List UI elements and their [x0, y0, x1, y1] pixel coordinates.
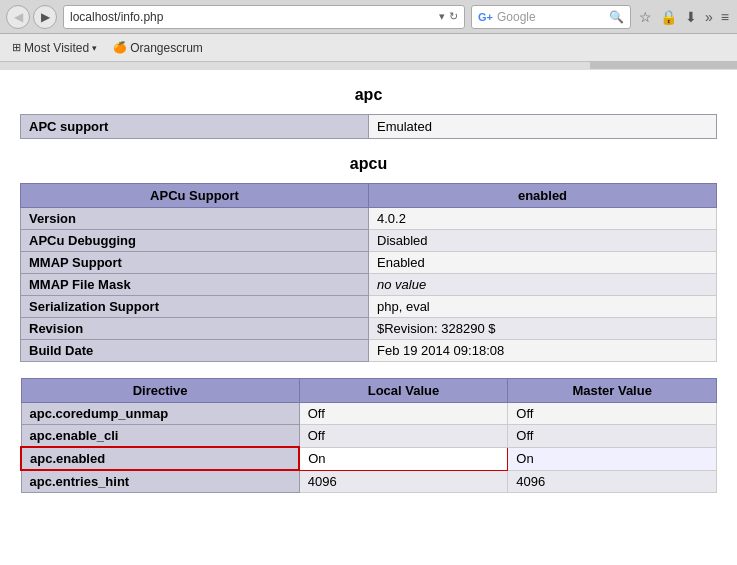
dropdown-arrow[interactable]: ▾ — [439, 10, 445, 23]
directive-name: apc.entries_hint — [21, 470, 299, 493]
address-text: localhost/info.php — [70, 10, 435, 24]
directive-name: apc.enabled — [21, 447, 299, 470]
apcu-row-label: MMAP Support — [21, 252, 369, 274]
master-value: Off — [508, 425, 717, 448]
page-content: apc APC support Emulated apcu APCu Suppo… — [0, 62, 737, 565]
forward-button[interactable]: ▶ — [33, 5, 57, 29]
local-value: Off — [299, 425, 508, 448]
star-icon[interactable]: ☆ — [637, 7, 654, 27]
local-value: 4096 — [299, 470, 508, 493]
apcu-info-table: APCu Support enabled Version4.0.2APCu De… — [20, 183, 717, 362]
browser-toolbar: ◀ ▶ localhost/info.php ▾ ↻ G+ Google 🔍 ☆… — [0, 0, 737, 34]
download-icon[interactable]: ⬇ — [683, 7, 699, 27]
apcu-row-value: no value — [369, 274, 717, 296]
refresh-icon[interactable]: ↻ — [449, 10, 458, 23]
apcu-row-label: Build Date — [21, 340, 369, 362]
apcu-row-label: MMAP File Mask — [21, 274, 369, 296]
most-visited-bookmark[interactable]: ⊞ Most Visited ▾ — [8, 39, 101, 57]
directive-table: Directive Local Value Master Value apc.c… — [20, 378, 717, 493]
most-visited-icon: ⊞ — [12, 41, 21, 54]
directive-col-header: Directive — [21, 379, 299, 403]
directive-name: apc.enable_cli — [21, 425, 299, 448]
apcu-row-value: php, eval — [369, 296, 717, 318]
apc-support-value: Emulated — [369, 115, 717, 139]
apcu-row-value: $Revision: 328290 $ — [369, 318, 717, 340]
apc-support-label: APC support — [21, 115, 369, 139]
apcu-header-row: APCu Support enabled — [21, 184, 717, 208]
search-bar[interactable]: G+ Google 🔍 — [471, 5, 631, 29]
apcu-info-row: Revision$Revision: 328290 $ — [21, 318, 717, 340]
master-value: 4096 — [508, 470, 717, 493]
menu-icon[interactable]: ≡ — [719, 7, 731, 27]
apcu-row-label: Serialization Support — [21, 296, 369, 318]
apcu-info-row: MMAP File Maskno value — [21, 274, 717, 296]
apcu-row-label: APCu Debugging — [21, 230, 369, 252]
master-value: On — [508, 447, 717, 470]
directive-header-row: Directive Local Value Master Value — [21, 379, 717, 403]
orangescrum-icon: 🍊 — [113, 41, 127, 54]
directive-row: apc.enable_cliOffOff — [21, 425, 717, 448]
apcu-header-col2: enabled — [369, 184, 717, 208]
apcu-row-value: 4.0.2 — [369, 208, 717, 230]
local-value-col-header: Local Value — [299, 379, 508, 403]
apc-support-row: APC support Emulated — [21, 115, 717, 139]
apcu-section-title: apcu — [20, 155, 717, 173]
apcu-info-row: Build DateFeb 19 2014 09:18:08 — [21, 340, 717, 362]
apcu-row-value: Feb 19 2014 09:18:08 — [369, 340, 717, 362]
search-placeholder: Google — [497, 10, 605, 24]
apcu-info-row: Serialization Supportphp, eval — [21, 296, 717, 318]
most-visited-arrow: ▾ — [92, 43, 97, 53]
toolbar-icons: ☆ 🔒 ⬇ » ≡ — [637, 7, 731, 27]
directive-row: apc.coredump_unmapOffOff — [21, 403, 717, 425]
back-icon: ◀ — [14, 10, 23, 24]
apc-support-table: APC support Emulated — [20, 114, 717, 139]
apcu-header-col1: APCu Support — [21, 184, 369, 208]
directive-row: apc.enabledOnOn — [21, 447, 717, 470]
bookmarks-bar: ⊞ Most Visited ▾ 🍊 Orangescrum — [0, 34, 737, 62]
local-value: On — [299, 447, 508, 470]
apc-section-title: apc — [20, 86, 717, 104]
directive-name: apc.coredump_unmap — [21, 403, 299, 425]
google-icon: G+ — [478, 11, 493, 23]
apcu-row-value: Disabled — [369, 230, 717, 252]
apcu-row-label: Version — [21, 208, 369, 230]
nav-buttons: ◀ ▶ — [6, 5, 57, 29]
most-visited-label: Most Visited — [24, 41, 89, 55]
back-button[interactable]: ◀ — [6, 5, 30, 29]
apcu-row-value: Enabled — [369, 252, 717, 274]
directive-row: apc.entries_hint40964096 — [21, 470, 717, 493]
forward-icon: ▶ — [41, 10, 50, 24]
search-icon[interactable]: 🔍 — [609, 10, 624, 24]
lock-icon[interactable]: 🔒 — [658, 7, 679, 27]
apcu-info-row: MMAP SupportEnabled — [21, 252, 717, 274]
master-value: Off — [508, 403, 717, 425]
local-value: Off — [299, 403, 508, 425]
apcu-row-label: Revision — [21, 318, 369, 340]
master-value-col-header: Master Value — [508, 379, 717, 403]
apcu-info-row: Version4.0.2 — [21, 208, 717, 230]
orangescrum-bookmark[interactable]: 🍊 Orangescrum — [109, 39, 207, 57]
apcu-info-row: APCu DebuggingDisabled — [21, 230, 717, 252]
address-bar[interactable]: localhost/info.php ▾ ↻ — [63, 5, 465, 29]
more-tools-icon[interactable]: » — [703, 7, 715, 27]
orangescrum-label: Orangescrum — [130, 41, 203, 55]
